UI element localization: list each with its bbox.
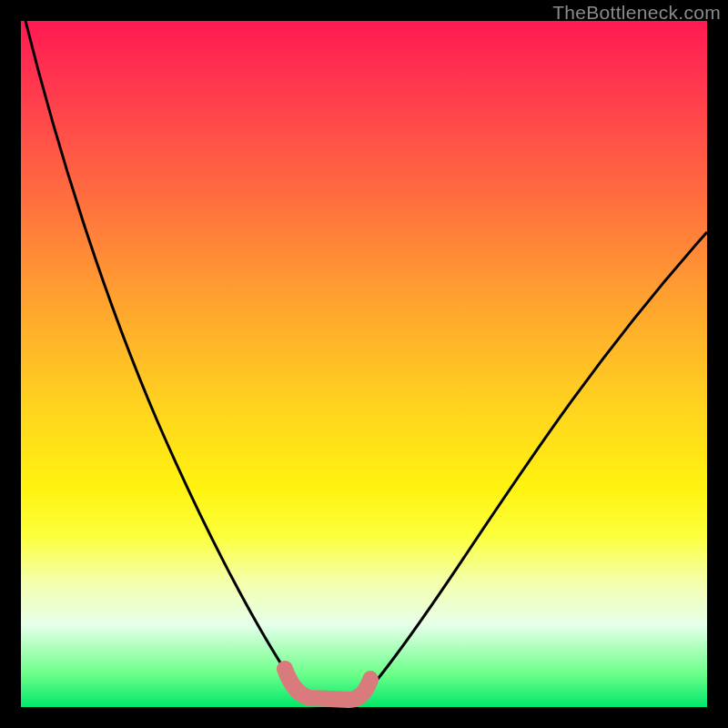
bottom-flat-overlay: [285, 669, 370, 700]
chart-frame: [21, 21, 707, 707]
chart-curves: [21, 21, 707, 707]
right-ascending-curve: [365, 232, 707, 694]
watermark: TheBottleneck.com: [552, 2, 721, 24]
overlay-end-dot-left: [278, 662, 292, 676]
left-descending-curve: [25, 21, 303, 697]
overlay-end-dot-right: [363, 671, 378, 685]
